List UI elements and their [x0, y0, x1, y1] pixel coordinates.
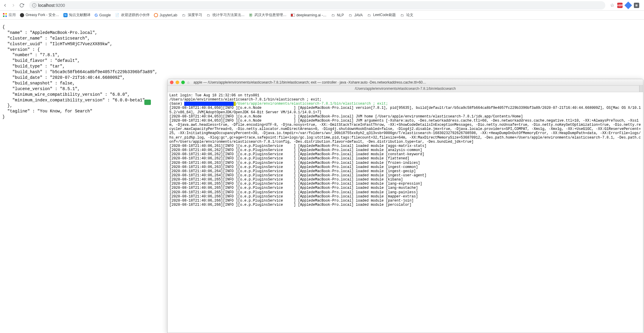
bookmark-label: Greasy Fork - 安全…: [26, 12, 59, 18]
extension-abp-icon[interactable]: ABP: [617, 3, 623, 8]
url-bar[interactable]: i localhost:9200: [29, 1, 605, 10]
bookmark-java-folder[interactable]: 🗀JAVA: [348, 13, 362, 18]
bookmark-label: 论文: [406, 12, 413, 18]
bookmark-zhiyun[interactable]: 知知云文献翻译: [63, 12, 90, 18]
toolbar-right: ☆ ABP ⊞: [610, 2, 639, 8]
bookmark-label: NLP: [337, 13, 344, 17]
chat-bubble-icon[interactable]: [144, 100, 151, 105]
terminal-title: apple — /Users/apple/environments/elasti…: [192, 80, 641, 84]
bookmark-label: 知云文献翻译: [69, 12, 90, 18]
folder-icon: 🗀: [182, 13, 186, 18]
terminal-prompt-base: (base): [169, 102, 184, 106]
forward-button[interactable]: [11, 3, 16, 8]
google-icon: G: [95, 13, 98, 18]
url-text: localhost:9200: [38, 3, 65, 8]
terminal-body[interactable]: Last login: Tue Aug 18 21:32:06 on ttys0…: [168, 92, 643, 125]
zhiyun-icon: 知: [63, 13, 68, 17]
terminal-command: /Users/apple/environments/elasticsearch-…: [236, 102, 388, 106]
extension-blue-icon[interactable]: [626, 3, 631, 8]
bookmark-wuhan[interactable]: ⛨武汉大学信息管理…: [249, 12, 287, 18]
bookmark-nlp-folder[interactable]: 🗀NLP: [331, 13, 344, 18]
traffic-lights: [170, 81, 185, 84]
terminal-tabbar[interactable]: /Users/apple/environments/elasticsearch-…: [168, 86, 643, 92]
greasyfork-icon: [20, 13, 24, 17]
bookmark-greasyfork[interactable]: Greasy Fork - 安全…: [20, 12, 59, 18]
bookmark-star-icon[interactable]: ☆: [610, 2, 614, 8]
wuhan-icon: ⛨: [249, 13, 253, 18]
home-icon: ⌂: [187, 80, 189, 84]
bookmark-label: 应用: [9, 12, 16, 18]
folder-icon: 🗀: [367, 13, 372, 18]
terminal-line: Last login: Tue Aug 18 21:32:06 on ttys0…: [169, 93, 259, 98]
bookmark-deeplearningai[interactable]: deeplearning.ai -…: [291, 13, 326, 17]
folder-icon: 🗀: [348, 13, 353, 18]
deeplearning-icon: [291, 14, 295, 17]
jupyter-icon: [154, 13, 158, 17]
bookmark-paper-folder[interactable]: 🗀论文: [400, 12, 413, 18]
window-minimize-icon[interactable]: [176, 81, 179, 84]
folder-icon: 🗀: [400, 13, 405, 18]
site-info-icon[interactable]: i: [32, 3, 36, 7]
apps-grid-icon: [3, 13, 7, 17]
terminal-log: [2020-08-18T21:40:04,050][INFO ][o.e.n.N…: [169, 106, 641, 125]
bookmark-label: 欢迎进群的小伙伴: [121, 12, 150, 18]
bookmark-label: 武汉大学信息管理…: [254, 12, 287, 18]
bookmark-apps[interactable]: 应用: [3, 12, 16, 18]
window-close-icon[interactable]: [170, 81, 173, 84]
bookmark-label: LeetCode刷题: [373, 12, 396, 18]
bookmark-welcome[interactable]: 📄欢迎进群的小伙伴: [115, 12, 150, 18]
extension-box-icon[interactable]: ⊞: [634, 3, 639, 8]
bookmark-leetcode-folder[interactable]: 🗀LeetCode刷题: [367, 12, 396, 18]
terminal-line: /Users/apple/environments/elasticsearch-…: [169, 98, 321, 102]
bookmark-stats-folder[interactable]: 🗀统计学习方法算法…: [206, 12, 245, 18]
folder-icon: 🗀: [206, 13, 211, 18]
browser-toolbar: i localhost:9200 ☆ ABP ⊞: [0, 0, 644, 11]
bookmark-label: deeplearning.ai -…: [296, 13, 326, 17]
bookmark-label: JupyterLab: [160, 13, 177, 17]
bookmark-jupyter[interactable]: JupyterLab: [154, 13, 177, 17]
bookmarks-bar: 应用 Greasy Fork - 安全… 知知云文献翻译 GGoogle 📄欢迎…: [0, 11, 644, 20]
bookmark-label: 统计学习方法算法…: [212, 12, 245, 18]
bookmark-google[interactable]: GGoogle: [95, 13, 111, 18]
page-icon: 📄: [115, 13, 120, 18]
bookmark-deeplearning-folder[interactable]: 🗀深度学习: [182, 12, 202, 18]
folder-icon: 🗀: [331, 13, 335, 18]
bookmark-label: Google: [99, 13, 111, 17]
back-button[interactable]: [2, 3, 8, 8]
terminal-titlebar[interactable]: ⌂ apple — /Users/apple/environments/elas…: [168, 79, 643, 86]
nav-buttons: [2, 3, 24, 8]
bookmark-label: JAVA: [354, 13, 362, 17]
terminal-window: ⌂ apple — /Users/apple/environments/elas…: [167, 79, 643, 125]
window-maximize-icon[interactable]: [181, 81, 185, 84]
reload-button[interactable]: [19, 3, 24, 8]
terminal-hidden-user: ███████████████████████: [184, 102, 234, 106]
bookmark-label: 深度学习: [188, 12, 202, 18]
